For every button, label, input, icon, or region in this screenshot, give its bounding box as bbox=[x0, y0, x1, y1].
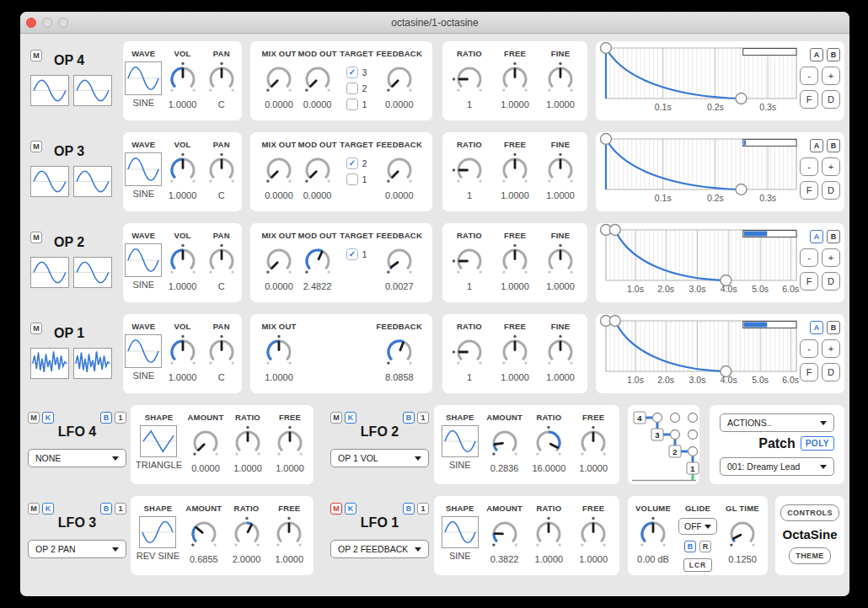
env-d-button[interactable]: D bbox=[822, 363, 840, 381]
lfo-target-dropdown[interactable]: OP 1 VOL bbox=[330, 449, 429, 467]
mod-target-checkbox-1[interactable]: 1 bbox=[346, 248, 367, 260]
lfo-oneshot-button[interactable]: 1 bbox=[115, 503, 126, 515]
ratio-knob[interactable] bbox=[451, 334, 488, 370]
wave-selector[interactable] bbox=[125, 243, 162, 277]
lfo-oneshot-button[interactable]: 1 bbox=[417, 503, 429, 515]
mod-out-knob[interactable] bbox=[299, 152, 336, 188]
mod-out-knob[interactable] bbox=[299, 243, 336, 279]
op-waveform-display[interactable] bbox=[30, 166, 69, 197]
lfo-target-dropdown[interactable]: OP 2 FEEDBACK bbox=[330, 540, 429, 558]
mix-out-knob[interactable] bbox=[260, 152, 297, 188]
actions-dropdown[interactable]: ACTIONS.. bbox=[720, 413, 834, 432]
lfo-mute-button[interactable]: M bbox=[330, 503, 342, 515]
free-knob[interactable] bbox=[575, 516, 612, 552]
routing-node[interactable] bbox=[671, 413, 680, 423]
env-fit-button[interactable]: F bbox=[800, 181, 818, 200]
op-mute-button[interactable]: M bbox=[30, 50, 42, 61]
ratio-knob[interactable] bbox=[451, 243, 488, 279]
routing-node[interactable] bbox=[653, 413, 662, 423]
pan-knob[interactable] bbox=[203, 243, 240, 279]
env-group-b-button[interactable]: B bbox=[827, 321, 840, 334]
fine-knob[interactable] bbox=[542, 334, 579, 370]
routing-node[interactable] bbox=[671, 430, 680, 440]
mod-target-checkbox-2[interactable]: 2 bbox=[346, 83, 367, 94]
envelope-display[interactable]: 1.0s2.0s3.0s4.0s5.0s6.0s bbox=[603, 228, 800, 297]
ratio-knob[interactable] bbox=[229, 425, 266, 461]
lfo-shape-selector[interactable] bbox=[442, 425, 479, 457]
op-waveform-display[interactable] bbox=[73, 257, 112, 288]
env-zoom-in-button[interactable]: + bbox=[822, 67, 840, 85]
lfo-bpm-sync-button[interactable]: B bbox=[403, 503, 415, 515]
pan-knob[interactable] bbox=[203, 61, 240, 97]
free-knob[interactable] bbox=[271, 516, 308, 552]
operator-routing-diagram[interactable]: 4321 bbox=[628, 405, 699, 484]
ratio-knob[interactable] bbox=[228, 516, 265, 552]
env-group-a-button[interactable]: A bbox=[810, 139, 823, 152]
amount-knob[interactable] bbox=[187, 425, 224, 461]
env-zoom-in-button[interactable]: + bbox=[822, 248, 840, 267]
lfo-target-dropdown[interactable]: OP 2 PAN bbox=[28, 540, 126, 558]
free-knob[interactable] bbox=[496, 61, 533, 97]
env-group-b-button[interactable]: B bbox=[827, 139, 840, 152]
close-window-button[interactable] bbox=[26, 18, 36, 28]
free-knob[interactable] bbox=[496, 243, 533, 279]
wave-selector[interactable] bbox=[125, 334, 162, 368]
env-d-button[interactable]: D bbox=[822, 181, 840, 200]
wave-selector[interactable] bbox=[125, 152, 162, 186]
op-mute-button[interactable]: M bbox=[30, 141, 42, 152]
env-zoom-out-button[interactable]: - bbox=[800, 339, 818, 358]
glide-bpm-sync-button[interactable]: B bbox=[684, 541, 696, 552]
lfo-shape-selector[interactable] bbox=[139, 516, 176, 548]
op-waveform-display[interactable] bbox=[30, 257, 69, 288]
feedback-knob[interactable] bbox=[381, 334, 418, 370]
lfo-bpm-sync-button[interactable]: B bbox=[100, 503, 112, 515]
routing-node[interactable] bbox=[689, 447, 698, 456]
env-fit-button[interactable]: F bbox=[800, 272, 818, 291]
envelope-handle[interactable] bbox=[601, 43, 612, 54]
env-d-button[interactable]: D bbox=[822, 272, 840, 291]
lfo-key-sync-button[interactable]: K bbox=[42, 503, 54, 515]
env-zoom-out-button[interactable]: - bbox=[800, 157, 818, 176]
envelope-handle[interactable] bbox=[609, 225, 620, 236]
env-fit-button[interactable]: F bbox=[800, 363, 818, 381]
fine-knob[interactable] bbox=[542, 61, 579, 97]
mix-out-knob[interactable] bbox=[260, 334, 297, 370]
amount-knob[interactable] bbox=[185, 516, 222, 552]
ratio-knob[interactable] bbox=[530, 425, 567, 461]
titlebar[interactable]: octasine/1-octasine bbox=[20, 12, 849, 34]
lfo-mute-button[interactable]: M bbox=[28, 412, 40, 424]
feedback-knob[interactable] bbox=[381, 61, 418, 97]
lfo-bpm-sync-button[interactable]: B bbox=[403, 412, 415, 424]
free-knob[interactable] bbox=[271, 425, 308, 461]
env-d-button[interactable]: D bbox=[822, 90, 840, 109]
env-zoom-in-button[interactable]: + bbox=[822, 157, 840, 176]
ratio-knob[interactable] bbox=[451, 152, 488, 188]
amount-knob[interactable] bbox=[486, 516, 523, 552]
mix-out-knob[interactable] bbox=[260, 61, 297, 97]
lfo-key-sync-button[interactable]: K bbox=[345, 503, 356, 515]
feedback-knob[interactable] bbox=[381, 243, 418, 279]
lfo-mute-button[interactable]: M bbox=[330, 412, 342, 424]
mod-target-checkbox-3[interactable]: 3 bbox=[346, 67, 367, 78]
mod-target-checkbox-1[interactable]: 1 bbox=[346, 99, 367, 110]
lfo-key-sync-button[interactable]: K bbox=[345, 412, 356, 424]
routing-node[interactable] bbox=[689, 413, 698, 423]
ratio-knob[interactable] bbox=[451, 61, 488, 97]
glide-retrigger-button[interactable]: R bbox=[699, 541, 711, 552]
mix-out-knob[interactable] bbox=[260, 243, 297, 279]
lfo-mute-button[interactable]: M bbox=[28, 503, 40, 515]
routing-node[interactable] bbox=[689, 430, 698, 440]
envelope-display[interactable]: 0.1s0.2s0.3s bbox=[603, 137, 800, 206]
lfo-bpm-sync-button[interactable]: B bbox=[100, 412, 112, 424]
lfo-key-sync-button[interactable]: K bbox=[42, 412, 54, 424]
op-waveform-display[interactable] bbox=[30, 348, 69, 379]
op-waveform-display[interactable] bbox=[30, 75, 69, 106]
op-waveform-display[interactable] bbox=[73, 348, 112, 379]
mod-target-checkbox-1[interactable]: 1 bbox=[346, 173, 367, 185]
env-zoom-out-button[interactable]: - bbox=[800, 67, 818, 85]
lfo-shape-selector[interactable] bbox=[140, 425, 177, 457]
env-group-a-button[interactable]: A bbox=[810, 230, 823, 243]
preset-dropdown[interactable]: 001: Dreamy Lead bbox=[720, 457, 834, 476]
pan-knob[interactable] bbox=[203, 152, 240, 188]
env-group-b-button[interactable]: B bbox=[827, 48, 840, 61]
